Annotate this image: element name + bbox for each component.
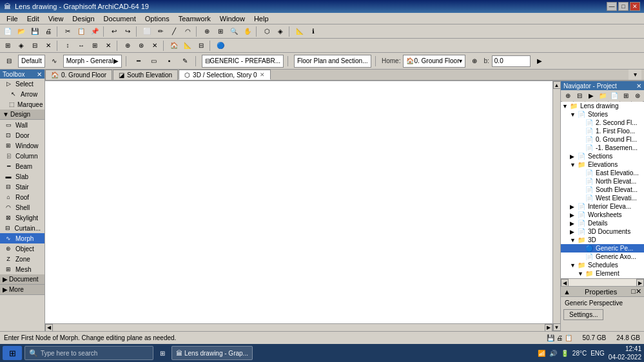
tb2-btn5[interactable]: ↕	[61, 40, 74, 52]
line-type-btn[interactable]: ━	[132, 55, 145, 67]
redo-btn[interactable]: ↪	[121, 26, 134, 37]
floor-plan-dropdown[interactable]: Floor Plan and Section...	[294, 55, 371, 68]
design-section-header[interactable]: ▼ Design	[0, 110, 44, 120]
line-btn[interactable]: ╱	[168, 26, 181, 37]
menu-document[interactable]: Document	[100, 14, 140, 23]
nav-btn6[interactable]: ⊞	[620, 90, 631, 102]
morph-icon-btn[interactable]: ∿	[48, 55, 61, 67]
nav-btn4[interactable]: 📁	[597, 90, 608, 102]
tab-ground-floor[interactable]: 🏠 0. Ground Floor	[45, 70, 112, 80]
menu-design[interactable]: Design	[68, 14, 98, 23]
menu-options[interactable]: Options	[141, 14, 173, 23]
pencil-btn[interactable]: ✏	[154, 26, 167, 37]
select-all-btn[interactable]: ⬜	[141, 26, 153, 37]
tool-wall[interactable]: ▭ Wall	[0, 120, 44, 130]
search-box[interactable]: 🔍 Type here to search	[24, 346, 153, 360]
tree-first-floor[interactable]: 📄 1. First Floo...	[561, 127, 644, 135]
nav-btn1[interactable]: ⊕	[562, 90, 573, 102]
scroll-left-btn[interactable]: ◀	[45, 324, 53, 332]
menu-help[interactable]: Help	[250, 14, 273, 23]
tab-3d-close[interactable]: ✕	[260, 71, 265, 78]
settings-button[interactable]: Settings...	[563, 309, 603, 320]
undo-btn[interactable]: ↩	[108, 26, 121, 37]
copy-btn[interactable]: 📋	[75, 26, 88, 37]
tool-roof[interactable]: ⌂ Roof	[0, 192, 44, 202]
tab-menu-btn[interactable]: ▾	[629, 70, 641, 80]
tb2-btn1[interactable]: ⊞	[1, 40, 14, 52]
nav-hscroll[interactable]: ◀ ▶	[561, 278, 644, 286]
tree-west-elev[interactable]: 📄 West Elevati...	[561, 194, 644, 202]
tool-shell[interactable]: ◠ Shell	[0, 202, 44, 213]
menu-window[interactable]: Window	[216, 14, 249, 23]
tool-curtain[interactable]: ⊟ Curtain...	[0, 223, 44, 233]
scroll-right-btn[interactable]: ▶	[545, 324, 552, 332]
tb2-btn4[interactable]: ✕	[42, 40, 55, 52]
tool-door[interactable]: ⊡ Door	[0, 130, 44, 140]
measure-btn[interactable]: 📐	[293, 26, 306, 37]
nav-btn7[interactable]: ⊛	[632, 90, 643, 102]
tree-ground-floor[interactable]: 📄 0. Ground Fl...	[561, 135, 644, 144]
fill-btn[interactable]: ▪	[163, 55, 176, 67]
menu-file[interactable]: File	[3, 14, 22, 23]
cut-btn[interactable]: ✂	[61, 26, 74, 37]
scroll-up-btn[interactable]: ▲	[553, 81, 561, 89]
tool-skylight[interactable]: ⊠ Skylight	[0, 213, 44, 223]
taskbar-archicad[interactable]: 🏛 Lens drawing - Grap...	[171, 346, 253, 360]
tree-sections[interactable]: ▶ 📄 Sections	[561, 152, 644, 160]
tool-arrow[interactable]: ↖ Arrow	[0, 89, 44, 99]
tb2-btn15[interactable]: 🔵	[214, 40, 227, 52]
tool-slab[interactable]: ▬ Slab	[0, 171, 44, 182]
tree-second-floor[interactable]: 📄 2. Second Fl...	[561, 119, 644, 127]
vertical-scrollbar[interactable]: ▲ ▼	[552, 81, 560, 331]
tool-morph[interactable]: ∿ Morph	[0, 233, 44, 243]
horizontal-scrollbar[interactable]: ◀ ▶	[45, 323, 552, 331]
snap-btn[interactable]: ⊕	[200, 26, 213, 37]
tree-generic-axo[interactable]: 📄 Generic Axo...	[561, 252, 644, 261]
tb2-btn7[interactable]: ⊞	[88, 40, 101, 52]
nav-btn3[interactable]: ▶	[585, 90, 596, 102]
tb2-btn12[interactable]: 🏠	[168, 40, 181, 52]
generic-dropdown[interactable]: ⊟ GENERIC - PREFABR...	[202, 55, 284, 68]
tool-column[interactable]: ⌻ Column	[0, 151, 44, 161]
morph-dropdown[interactable]: Morph - General ▶	[63, 55, 122, 68]
nav-btn2[interactable]: ⊟	[574, 90, 585, 102]
tab-3d[interactable]: ⬡ 3D / Selection, Story 0 ✕	[179, 70, 271, 80]
document-section-header[interactable]: ▶ Document	[0, 274, 44, 285]
toolbox-close[interactable]: ✕	[37, 71, 42, 78]
tool-marquee[interactable]: ⬚ Marquee	[0, 99, 44, 110]
print-btn[interactable]: 🖨	[42, 26, 55, 37]
tree-lens-drawing[interactable]: ▼ 📁 Lens drawing	[561, 102, 644, 110]
menu-edit[interactable]: Edit	[23, 14, 43, 23]
tool-select[interactable]: ▷ Select	[0, 79, 44, 89]
ground-floor-dropdown[interactable]: 🏠 0. Ground Floor ▾	[403, 55, 465, 68]
tool-stair[interactable]: ⊟ Stair	[0, 182, 44, 192]
tree-3d[interactable]: ▼ 📁 3D	[561, 236, 644, 244]
tb2-btn2[interactable]: ◈	[15, 40, 28, 52]
b-input[interactable]	[492, 55, 531, 67]
save-btn[interactable]: 💾	[28, 26, 41, 37]
tb2-btn9[interactable]: ⊕	[121, 40, 134, 52]
zoom-btn[interactable]: 🔍	[228, 26, 240, 37]
arc-btn[interactable]: ◠	[181, 26, 194, 37]
tree-elevations[interactable]: ▼ 📁 Elevations	[561, 160, 644, 169]
tree-details[interactable]: ▶ 📄 Details	[561, 219, 644, 227]
tb2-btn3[interactable]: ⊟	[28, 40, 41, 52]
tree-schedules[interactable]: ▼ 📁 Schedules	[561, 261, 644, 269]
tool-mesh[interactable]: ⊞ Mesh	[0, 264, 44, 274]
scroll-down-btn[interactable]: ▼	[553, 323, 561, 331]
default-btn[interactable]: ⊟	[3, 55, 15, 67]
rect-btn[interactable]: ▭	[148, 55, 161, 67]
grid-btn[interactable]: ⊞	[214, 26, 227, 37]
tree-interior-elev[interactable]: ▶ 📄 Interior Eleva...	[561, 202, 644, 211]
tool-object[interactable]: ⊛ Object	[0, 243, 44, 254]
tool-window[interactable]: ⊞ Window	[0, 140, 44, 151]
default-dropdown[interactable]: Default	[18, 55, 45, 68]
tool-beam[interactable]: ━ Beam	[0, 161, 44, 171]
save-status-icon[interactable]: 💾	[547, 334, 554, 341]
perspective-btn[interactable]: ◈	[274, 26, 287, 37]
tb2-btn13[interactable]: 📐	[181, 40, 194, 52]
tb2-btn14[interactable]: ⊟	[195, 40, 208, 52]
b-arrow-btn[interactable]: ▶	[533, 55, 546, 67]
paste-btn[interactable]: 📌	[88, 26, 101, 37]
tb2-btn10[interactable]: ⊛	[135, 40, 148, 52]
